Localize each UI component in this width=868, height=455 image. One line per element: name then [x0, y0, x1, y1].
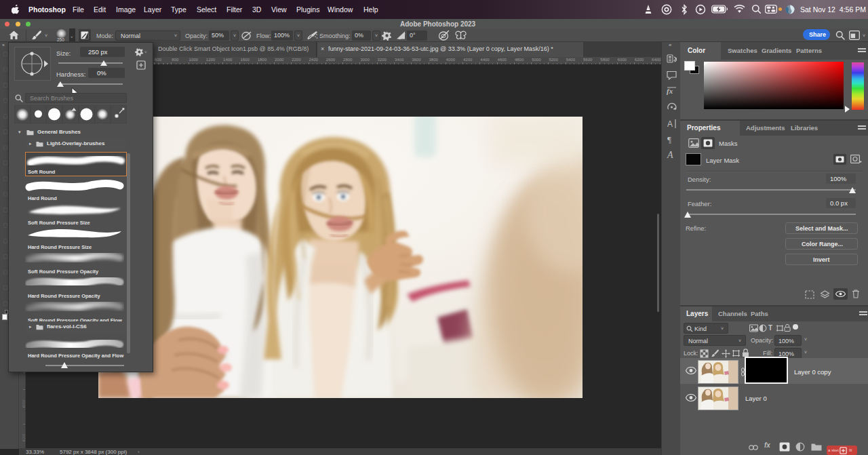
svg-text:A: A	[667, 150, 673, 160]
svg-text:A: A	[667, 119, 673, 129]
svg-text:fx: fx	[667, 87, 673, 95]
svg-text:¶: ¶	[667, 134, 671, 144]
